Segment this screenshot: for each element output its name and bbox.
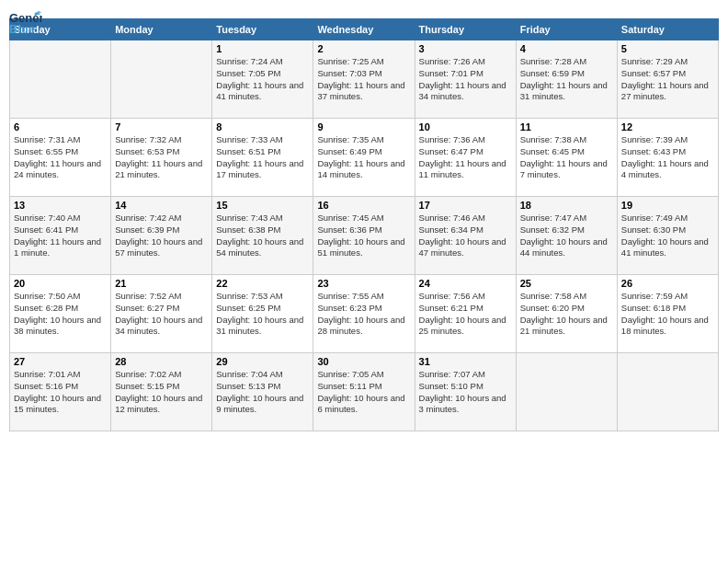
day-number: 17 [419,200,512,211]
calendar-cell: 14Sunrise: 7:42 AM Sunset: 6:39 PM Dayli… [111,197,212,275]
calendar-cell: 27Sunrise: 7:01 AM Sunset: 5:16 PM Dayli… [10,353,111,431]
calendar-cell: 20Sunrise: 7:50 AM Sunset: 6:28 PM Dayli… [10,275,111,353]
calendar-cell: 1Sunrise: 7:24 AM Sunset: 7:05 PM Daylig… [212,40,313,119]
day-number: 4 [520,43,613,54]
day-number: 3 [419,43,512,54]
day-number: 23 [317,278,410,289]
calendar-cell: 21Sunrise: 7:52 AM Sunset: 6:27 PM Dayli… [111,275,212,353]
day-info: Sunrise: 7:39 AM Sunset: 6:43 PM Dayligh… [621,134,714,181]
calendar-week-row: 20Sunrise: 7:50 AM Sunset: 6:28 PM Dayli… [10,275,719,353]
calendar-cell: 8Sunrise: 7:33 AM Sunset: 6:51 PM Daylig… [212,119,313,197]
day-number: 15 [216,200,309,211]
day-number: 16 [317,200,410,211]
day-header-wednesday: Wednesday [313,19,415,40]
day-info: Sunrise: 7:38 AM Sunset: 6:45 PM Dayligh… [520,134,613,181]
day-number: 30 [317,356,410,367]
logo: General Blue [9,9,42,11]
calendar-cell: 5Sunrise: 7:29 AM Sunset: 6:57 PM Daylig… [617,40,718,119]
day-number: 24 [419,278,512,289]
day-info: Sunrise: 7:50 AM Sunset: 6:28 PM Dayligh… [14,291,107,338]
day-info: Sunrise: 7:04 AM Sunset: 5:13 PM Dayligh… [216,369,309,416]
day-number: 31 [419,356,512,367]
day-info: Sunrise: 7:58 AM Sunset: 6:20 PM Dayligh… [520,291,613,338]
day-number: 7 [115,121,208,132]
day-info: Sunrise: 7:46 AM Sunset: 6:34 PM Dayligh… [419,213,512,259]
day-info: Sunrise: 7:35 AM Sunset: 6:49 PM Dayligh… [317,134,410,181]
calendar-cell: 7Sunrise: 7:32 AM Sunset: 6:53 PM Daylig… [111,119,212,197]
calendar-cell: 25Sunrise: 7:58 AM Sunset: 6:20 PM Dayli… [516,275,617,353]
day-number: 14 [115,200,208,211]
calendar-cell: 26Sunrise: 7:59 AM Sunset: 6:18 PM Dayli… [617,275,718,353]
calendar-cell: 22Sunrise: 7:53 AM Sunset: 6:25 PM Dayli… [212,275,313,353]
day-info: Sunrise: 7:33 AM Sunset: 6:51 PM Dayligh… [216,134,309,181]
calendar-cell: 31Sunrise: 7:07 AM Sunset: 5:10 PM Dayli… [415,353,516,431]
day-number: 12 [621,121,714,132]
day-info: Sunrise: 7:29 AM Sunset: 6:57 PM Dayligh… [621,56,714,103]
day-info: Sunrise: 7:24 AM Sunset: 7:05 PM Dayligh… [216,56,309,103]
day-info: Sunrise: 7:36 AM Sunset: 6:47 PM Dayligh… [419,134,512,181]
calendar-cell: 17Sunrise: 7:46 AM Sunset: 6:34 PM Dayli… [415,197,516,275]
day-number: 6 [14,121,107,132]
calendar-cell [10,40,111,119]
day-number: 22 [216,278,309,289]
calendar-cell: 15Sunrise: 7:43 AM Sunset: 6:38 PM Dayli… [212,197,313,275]
calendar-cell: 2Sunrise: 7:25 AM Sunset: 7:03 PM Daylig… [313,40,415,119]
day-header-friday: Friday [516,19,617,40]
day-number: 18 [520,200,613,211]
day-info: Sunrise: 7:26 AM Sunset: 7:01 PM Dayligh… [419,56,512,103]
calendar-cell: 12Sunrise: 7:39 AM Sunset: 6:43 PM Dayli… [617,119,718,197]
day-info: Sunrise: 7:31 AM Sunset: 6:55 PM Dayligh… [14,134,107,181]
day-info: Sunrise: 7:49 AM Sunset: 6:30 PM Dayligh… [621,213,714,259]
day-info: Sunrise: 7:56 AM Sunset: 6:21 PM Dayligh… [419,291,512,338]
day-number: 5 [621,43,714,54]
day-header-tuesday: Tuesday [212,19,313,40]
day-info: Sunrise: 7:42 AM Sunset: 6:39 PM Dayligh… [115,213,208,259]
day-info: Sunrise: 7:55 AM Sunset: 6:23 PM Dayligh… [317,291,410,338]
day-number: 1 [216,43,309,54]
day-header-saturday: Saturday [617,19,718,40]
day-info: Sunrise: 7:45 AM Sunset: 6:36 PM Dayligh… [317,213,410,259]
calendar-cell: 10Sunrise: 7:36 AM Sunset: 6:47 PM Dayli… [415,119,516,197]
calendar-cell: 24Sunrise: 7:56 AM Sunset: 6:21 PM Dayli… [415,275,516,353]
calendar-cell: 28Sunrise: 7:02 AM Sunset: 5:15 PM Dayli… [111,353,212,431]
calendar-week-row: 27Sunrise: 7:01 AM Sunset: 5:16 PM Dayli… [10,353,719,431]
svg-text:Blue: Blue [9,22,35,36]
day-number: 9 [317,121,410,132]
logo-icon: General Blue [9,9,42,37]
calendar-cell [516,353,617,431]
day-number: 13 [14,200,107,211]
day-number: 26 [621,278,714,289]
day-info: Sunrise: 7:52 AM Sunset: 6:27 PM Dayligh… [115,291,208,338]
day-info: Sunrise: 7:53 AM Sunset: 6:25 PM Dayligh… [216,291,309,338]
calendar-header-row: SundayMondayTuesdayWednesdayThursdayFrid… [10,19,719,40]
day-info: Sunrise: 7:07 AM Sunset: 5:10 PM Dayligh… [419,369,512,416]
day-info: Sunrise: 7:59 AM Sunset: 6:18 PM Dayligh… [621,291,714,338]
day-info: Sunrise: 7:01 AM Sunset: 5:16 PM Dayligh… [14,369,107,416]
day-number: 11 [520,121,613,132]
day-info: Sunrise: 7:43 AM Sunset: 6:38 PM Dayligh… [216,213,309,259]
calendar-cell: 6Sunrise: 7:31 AM Sunset: 6:55 PM Daylig… [10,119,111,197]
calendar-cell: 4Sunrise: 7:28 AM Sunset: 6:59 PM Daylig… [516,40,617,119]
calendar-week-row: 1Sunrise: 7:24 AM Sunset: 7:05 PM Daylig… [10,40,719,119]
calendar-cell [617,353,718,431]
day-info: Sunrise: 7:40 AM Sunset: 6:41 PM Dayligh… [14,213,107,259]
calendar-cell: 3Sunrise: 7:26 AM Sunset: 7:01 PM Daylig… [415,40,516,119]
calendar-table: SundayMondayTuesdayWednesdayThursdayFrid… [9,18,719,431]
calendar-cell: 29Sunrise: 7:04 AM Sunset: 5:13 PM Dayli… [212,353,313,431]
calendar-cell: 18Sunrise: 7:47 AM Sunset: 6:32 PM Dayli… [516,197,617,275]
day-number: 21 [115,278,208,289]
day-info: Sunrise: 7:25 AM Sunset: 7:03 PM Dayligh… [317,56,410,103]
day-info: Sunrise: 7:05 AM Sunset: 5:11 PM Dayligh… [317,369,410,416]
day-number: 27 [14,356,107,367]
day-number: 20 [14,278,107,289]
day-number: 28 [115,356,208,367]
calendar-cell: 19Sunrise: 7:49 AM Sunset: 6:30 PM Dayli… [617,197,718,275]
day-number: 29 [216,356,309,367]
calendar-cell: 13Sunrise: 7:40 AM Sunset: 6:41 PM Dayli… [10,197,111,275]
day-header-thursday: Thursday [415,19,516,40]
day-info: Sunrise: 7:47 AM Sunset: 6:32 PM Dayligh… [520,213,613,259]
calendar-cell: 9Sunrise: 7:35 AM Sunset: 6:49 PM Daylig… [313,119,415,197]
day-number: 25 [520,278,613,289]
calendar-cell [111,40,212,119]
calendar-week-row: 13Sunrise: 7:40 AM Sunset: 6:41 PM Dayli… [10,197,719,275]
